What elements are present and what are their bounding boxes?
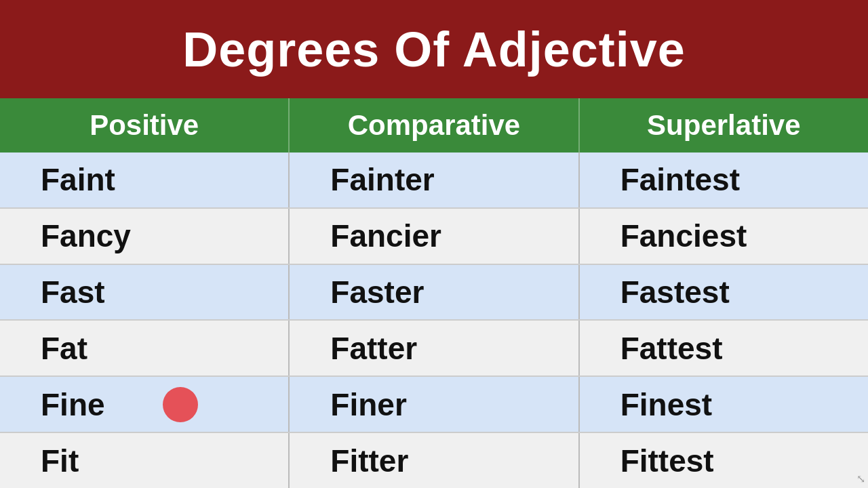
table-row: FaintFainterFaintest — [0, 152, 868, 209]
table-header-row: Positive Comparative Superlative — [0, 98, 868, 152]
table-row: FastFasterFastest — [0, 265, 868, 321]
cell-positive-2: Fast — [0, 265, 290, 320]
resize-icon: ⤡ — [856, 472, 865, 485]
cursor-indicator — [163, 387, 198, 422]
cell-positive-5: Fit — [0, 433, 290, 488]
table-row: FancyFancierFanciest — [0, 209, 868, 265]
page-title: Degrees Of Adjective — [182, 22, 686, 77]
cell-comparative-0: Fainter — [290, 152, 579, 207]
table-row: FineFinerFinest — [0, 377, 868, 433]
header-comparative: Comparative — [290, 98, 579, 152]
cell-comparative-3: Fatter — [290, 321, 579, 375]
cell-superlative-4: Finest — [580, 377, 868, 432]
title-bar: Degrees Of Adjective — [0, 0, 868, 98]
cell-comparative-5: Fitter — [290, 433, 579, 488]
table-row: FitFitterFittest — [0, 433, 868, 488]
cell-superlative-1: Fanciest — [580, 209, 868, 264]
cell-positive-3: Fat — [0, 321, 290, 375]
cell-comparative-2: Faster — [290, 265, 579, 320]
cell-positive-0: Faint — [0, 152, 290, 207]
table-body: FaintFainterFaintestFancyFancierFanciest… — [0, 152, 868, 488]
header-superlative: Superlative — [580, 98, 868, 152]
adjective-table: Positive Comparative Superlative FaintFa… — [0, 98, 868, 488]
cell-positive-4: Fine — [0, 377, 290, 432]
cell-superlative-5: Fittest — [580, 433, 868, 488]
cell-comparative-4: Finer — [290, 377, 579, 432]
cell-comparative-1: Fancier — [290, 209, 579, 264]
cell-superlative-2: Fastest — [580, 265, 868, 320]
header-positive: Positive — [0, 98, 290, 152]
page-wrapper: Degrees Of Adjective Positive Comparativ… — [0, 0, 868, 488]
cell-superlative-3: Fattest — [580, 321, 868, 375]
table-row: FatFatterFattest — [0, 321, 868, 377]
cell-superlative-0: Faintest — [580, 152, 868, 207]
cell-positive-1: Fancy — [0, 209, 290, 264]
